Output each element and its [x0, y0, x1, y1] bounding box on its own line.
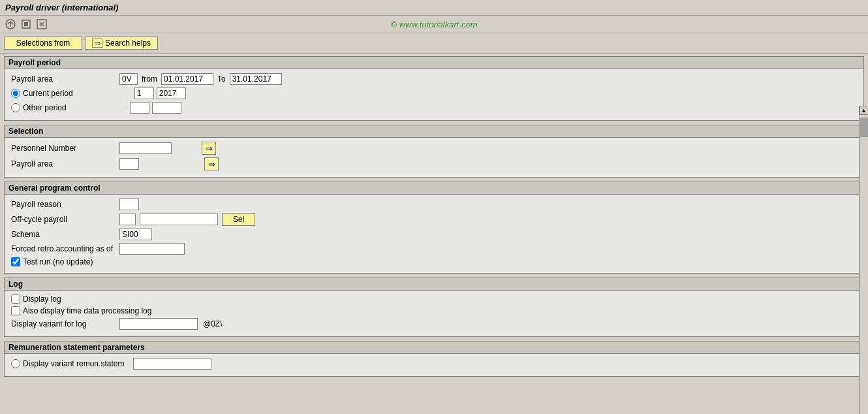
current-period-year-input[interactable]: [157, 88, 186, 99]
toolbar-icon-2[interactable]: [20, 18, 33, 31]
variant-code: @0Z\: [203, 319, 223, 328]
payroll-reason-label: Payroll reason: [11, 200, 116, 209]
scrollbar[interactable]: ▲ ▼: [859, 106, 868, 414]
display-variant-remun-label: Display variant remun.statem: [23, 359, 124, 368]
forced-retro-input[interactable]: [119, 243, 185, 255]
log-body: Display log Also display time data proce…: [5, 291, 863, 336]
display-variant-remun-row: Display variant remun.statem: [11, 358, 857, 370]
arrow-icon: ⇒: [92, 39, 102, 48]
display-variant-remun-input[interactable]: [133, 358, 211, 370]
general-program-control-body: Payroll reason Off-cycle payroll Sel Sch…: [5, 195, 863, 273]
watermark: © www.tutorialkart.com: [390, 20, 477, 29]
to-date-input[interactable]: [230, 73, 282, 85]
personnel-number-input[interactable]: [119, 142, 172, 154]
content-wrapper: Payroll period Payroll area from To Curr…: [0, 54, 868, 414]
current-period-num-input[interactable]: [134, 88, 154, 99]
selection-header: Selection: [5, 125, 863, 138]
schema-input[interactable]: [119, 229, 152, 240]
payroll-period-body: Payroll area from To Current period: [5, 69, 863, 120]
sel-button[interactable]: Sel: [222, 213, 255, 226]
search-helps-label: Search helps: [105, 39, 151, 48]
payroll-area-row: Payroll area from To: [11, 73, 857, 85]
payroll-reason-row: Payroll reason: [11, 199, 857, 210]
svg-rect-2: [24, 22, 28, 26]
search-helps-button[interactable]: ⇒ Search helps: [85, 37, 158, 50]
off-cycle-input-2[interactable]: [140, 214, 218, 225]
current-period-radio[interactable]: [11, 89, 20, 98]
schema-label: Schema: [11, 230, 116, 239]
display-variant-log-row: Display variant for log @0Z\: [11, 318, 857, 330]
log-header: Log: [5, 278, 863, 291]
off-cycle-payroll-label: Off-cycle payroll: [11, 215, 116, 224]
toolbar: © www.tutorialkart.com: [0, 16, 868, 33]
selection-payroll-area-input[interactable]: [119, 158, 139, 170]
other-period-num-input[interactable]: [130, 102, 149, 114]
other-period-row: Other period: [11, 102, 857, 114]
payroll-period-header: Payroll period: [5, 57, 863, 69]
also-display-checkbox[interactable]: [11, 306, 20, 315]
main-content: Payroll period Payroll area from To Curr…: [0, 54, 868, 414]
to-label: To: [217, 74, 226, 84]
current-period-label: Current period: [23, 89, 73, 98]
scroll-up-arrow[interactable]: ▲: [860, 106, 869, 115]
selection-payroll-area-arrow-btn[interactable]: ⇒: [204, 157, 219, 170]
test-run-checkbox[interactable]: [11, 257, 20, 266]
payroll-reason-input[interactable]: [119, 199, 139, 210]
selection-payroll-area-label: Payroll area: [11, 159, 116, 168]
also-display-row: Also display time data processing log: [11, 306, 857, 315]
remuneration-header: Remuneration statement parameters: [5, 342, 863, 354]
test-run-label: Test run (no update): [23, 257, 93, 266]
payroll-area-label: Payroll area: [11, 74, 116, 84]
display-log-row: Display log: [11, 295, 857, 304]
display-log-label: Display log: [23, 295, 61, 304]
display-variant-log-input[interactable]: [119, 318, 198, 330]
off-cycle-input-1[interactable]: [119, 214, 136, 225]
test-run-row: Test run (no update): [11, 257, 857, 266]
forced-retro-label: Forced retro.accounting as of: [11, 244, 116, 253]
also-display-label: Also display time data processing log: [23, 306, 151, 315]
from-label: from: [142, 74, 157, 84]
log-section: Log Display log Also display time data p…: [4, 278, 864, 337]
other-period-label: Other period: [23, 103, 67, 112]
other-period-radio[interactable]: [11, 103, 20, 112]
selection-body: Personnel Number ⇒ Payroll area ⇒: [5, 138, 863, 177]
payroll-area-input[interactable]: [119, 73, 138, 85]
personnel-number-label: Personnel Number: [11, 144, 116, 153]
toolbar-icon-1[interactable]: [4, 18, 17, 31]
selection-section: Selection Personnel Number ⇒ Payroll are…: [4, 125, 864, 178]
schema-row: Schema: [11, 229, 857, 240]
forced-retro-row: Forced retro.accounting as of: [11, 243, 857, 255]
display-log-checkbox[interactable]: [11, 295, 20, 304]
personnel-number-row: Personnel Number ⇒: [11, 142, 857, 155]
general-program-control-header: General program control: [5, 182, 863, 195]
toolbar-icon-3[interactable]: [35, 18, 48, 31]
selections-bar: Selections from ⇒ Search helps: [0, 33, 868, 54]
current-period-row: Current period: [11, 88, 857, 99]
other-period-year-input[interactable]: [152, 102, 181, 114]
remuneration-section: Remuneration statement parameters Displa…: [4, 341, 864, 377]
display-variant-remun-radio[interactable]: [11, 359, 20, 368]
general-program-control-section: General program control Payroll reason O…: [4, 182, 864, 274]
off-cycle-payroll-row: Off-cycle payroll Sel: [11, 213, 857, 226]
scroll-thumb[interactable]: [860, 118, 868, 137]
selections-from-button[interactable]: Selections from: [4, 37, 82, 50]
personnel-number-arrow-btn[interactable]: ⇒: [202, 142, 216, 155]
remuneration-body: Display variant remun.statem: [5, 354, 863, 376]
selection-payroll-area-row: Payroll area ⇒: [11, 157, 857, 170]
title-bar: Payroll driver (international): [0, 0, 868, 16]
display-variant-log-label: Display variant for log: [11, 319, 116, 328]
page-title: Payroll driver (international): [5, 3, 118, 12]
from-date-input[interactable]: [161, 73, 213, 85]
toolbar-icons: [4, 18, 48, 31]
payroll-period-section: Payroll period Payroll area from To Curr…: [4, 56, 864, 121]
